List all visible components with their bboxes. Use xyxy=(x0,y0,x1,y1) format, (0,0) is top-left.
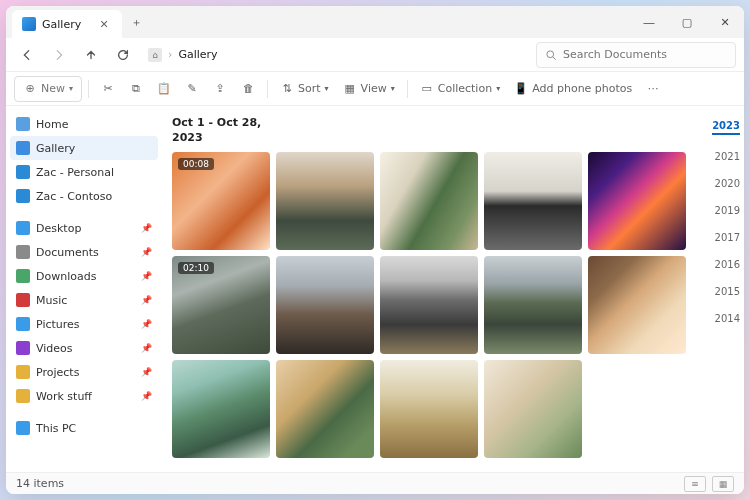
collection-icon: ▭ xyxy=(420,82,434,96)
sidebar-item-music[interactable]: Music📌 xyxy=(10,288,158,312)
gallery-thumbnail[interactable] xyxy=(588,152,686,250)
sort-icon: ⇅ xyxy=(280,82,294,96)
tab-gallery[interactable]: Gallery ✕ xyxy=(12,10,122,38)
copy-button[interactable]: ⧉ xyxy=(123,76,149,102)
gallery-thumbnail[interactable] xyxy=(380,256,478,354)
sidebar-item-downloads[interactable]: Downloads📌 xyxy=(10,264,158,288)
gallery-thumbnail[interactable] xyxy=(276,152,374,250)
breadcrumb-location: Gallery xyxy=(178,48,217,61)
phone-icon: 📱 xyxy=(514,82,528,96)
sort-label: Sort xyxy=(298,82,321,95)
grid-view-toggle[interactable]: ▦ xyxy=(712,476,734,492)
gallery-thumbnail[interactable]: 00:08 xyxy=(172,152,270,250)
gallery-thumbnail[interactable] xyxy=(172,360,270,458)
sidebar-item-label: Gallery xyxy=(36,142,75,155)
home-icon xyxy=(16,117,30,131)
more-icon: ⋯ xyxy=(646,82,660,96)
timeline-year-2023[interactable]: 2023 xyxy=(712,120,740,135)
file-explorer-window: Gallery ✕ ＋ ― ▢ ✕ ⌂ › Gallery xyxy=(6,6,744,494)
divider xyxy=(88,80,89,98)
sidebar-item-work-stuff[interactable]: Work stuff📌 xyxy=(10,384,158,408)
pin-icon: 📌 xyxy=(141,343,152,353)
list-view-toggle[interactable]: ≡ xyxy=(684,476,706,492)
sidebar-item-label: Desktop xyxy=(36,222,81,235)
timeline-year-2014[interactable]: 2014 xyxy=(715,313,740,324)
divider xyxy=(267,80,268,98)
sidebar-item-documents[interactable]: Documents📌 xyxy=(10,240,158,264)
status-bar: 14 items ≡ ▦ xyxy=(6,472,744,494)
date-year: 2023 xyxy=(172,131,686,144)
gallery-thumbnail[interactable] xyxy=(276,360,374,458)
sidebar-item-videos[interactable]: Videos📌 xyxy=(10,336,158,360)
sidebar-item-projects[interactable]: Projects📌 xyxy=(10,360,158,384)
search-box[interactable] xyxy=(536,42,736,68)
gallery-thumbnail[interactable] xyxy=(484,152,582,250)
close-window-button[interactable]: ✕ xyxy=(706,6,744,38)
content-area: HomeGalleryZac - PersonalZac - Contoso D… xyxy=(6,106,744,472)
gallery-tab-icon xyxy=(22,17,36,31)
more-button[interactable]: ⋯ xyxy=(640,76,666,102)
delete-button[interactable]: 🗑 xyxy=(235,76,261,102)
window-controls: ― ▢ ✕ xyxy=(630,6,744,38)
plus-icon: ⊕ xyxy=(23,82,37,96)
gallery-thumbnail[interactable] xyxy=(484,360,582,458)
gallery-thumbnail[interactable] xyxy=(588,256,686,354)
sidebar-item-label: Projects xyxy=(36,366,79,379)
maximize-button[interactable]: ▢ xyxy=(668,6,706,38)
sort-button[interactable]: ⇅ Sort ▾ xyxy=(274,76,335,102)
gallery-thumbnail[interactable] xyxy=(484,256,582,354)
svg-point-0 xyxy=(547,50,554,57)
address-bar: ⌂ › Gallery xyxy=(6,38,744,72)
timeline-year-2021[interactable]: 2021 xyxy=(715,151,740,162)
share-button[interactable]: ⇪ xyxy=(207,76,233,102)
sidebar-item-gallery[interactable]: Gallery xyxy=(10,136,158,160)
sidebar-item-this-pc[interactable]: This PC xyxy=(10,416,158,440)
collection-button[interactable]: ▭ Collection ▾ xyxy=(414,76,506,102)
sidebar-item-zac-contoso[interactable]: Zac - Contoso xyxy=(10,184,158,208)
video-duration-badge: 00:08 xyxy=(178,158,214,170)
close-tab-icon[interactable]: ✕ xyxy=(96,16,112,32)
sidebar-item-home[interactable]: Home xyxy=(10,112,158,136)
gallery-thumbnail[interactable] xyxy=(276,256,374,354)
timeline-year-2015[interactable]: 2015 xyxy=(715,286,740,297)
location-icon: ⌂ xyxy=(148,48,162,62)
add-phone-photos-button[interactable]: 📱 Add phone photos xyxy=(508,76,638,102)
pin-icon: 📌 xyxy=(141,247,152,257)
chevron-down-icon: ▾ xyxy=(496,84,500,93)
forward-button[interactable] xyxy=(46,42,72,68)
new-button[interactable]: ⊕ New ▾ xyxy=(14,76,82,102)
timeline-year-2019[interactable]: 2019 xyxy=(715,205,740,216)
search-input[interactable] xyxy=(563,48,727,61)
folder-icon xyxy=(16,269,30,283)
back-button[interactable] xyxy=(14,42,40,68)
breadcrumb[interactable]: ⌂ › Gallery xyxy=(142,48,530,62)
collection-label: Collection xyxy=(438,82,492,95)
up-button[interactable] xyxy=(78,42,104,68)
new-tab-button[interactable]: ＋ xyxy=(122,6,150,38)
gallery-thumbnail[interactable] xyxy=(380,152,478,250)
sidebar-item-desktop[interactable]: Desktop📌 xyxy=(10,216,158,240)
chevron-down-icon: ▾ xyxy=(69,84,73,93)
view-icon: ▦ xyxy=(343,82,357,96)
gallery-thumbnail[interactable]: 02:10 xyxy=(172,256,270,354)
timeline-year-2016[interactable]: 2016 xyxy=(715,259,740,270)
rename-button[interactable]: ✎ xyxy=(179,76,205,102)
video-duration-badge: 02:10 xyxy=(178,262,214,274)
gallery-view[interactable]: Oct 1 - Oct 28, 2023 00:0802:10 xyxy=(162,106,700,472)
refresh-button[interactable] xyxy=(110,42,136,68)
gallery-thumbnail[interactable] xyxy=(380,360,478,458)
sidebar-item-pictures[interactable]: Pictures📌 xyxy=(10,312,158,336)
timeline-year-2020[interactable]: 2020 xyxy=(715,178,740,189)
view-button[interactable]: ▦ View ▾ xyxy=(337,76,401,102)
sidebar-item-zac-personal[interactable]: Zac - Personal xyxy=(10,160,158,184)
cut-button[interactable]: ✂ xyxy=(95,76,121,102)
paste-button[interactable]: 📋 xyxy=(151,76,177,102)
pin-icon: 📌 xyxy=(141,271,152,281)
sidebar-item-label: This PC xyxy=(36,422,76,435)
minimize-button[interactable]: ― xyxy=(630,6,668,38)
trash-icon: 🗑 xyxy=(241,82,255,96)
pin-icon: 📌 xyxy=(141,295,152,305)
divider xyxy=(407,80,408,98)
timeline-year-2017[interactable]: 2017 xyxy=(715,232,740,243)
copy-icon: ⧉ xyxy=(129,82,143,96)
